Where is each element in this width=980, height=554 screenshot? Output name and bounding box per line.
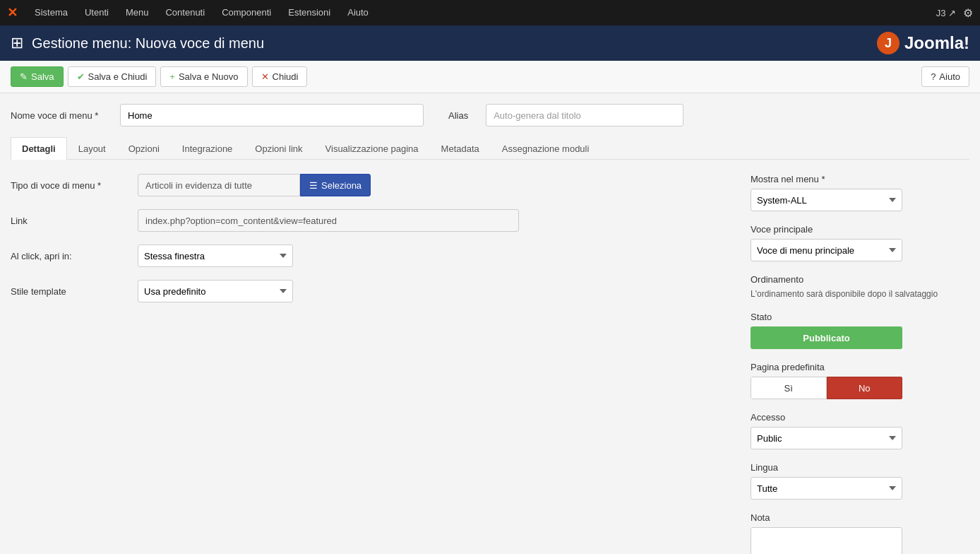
accesso-label: Accesso — [751, 412, 969, 423]
stile-value: Usa predefinito — [138, 280, 729, 302]
ordinamento-section: Ordinamento L'ordinamento sarà disponibi… — [751, 274, 969, 299]
topbar-right: J3 ↗ ⚙ — [936, 6, 973, 20]
tipo-input — [138, 174, 300, 196]
topbar-menu[interactable]: Menu — [117, 0, 157, 25]
nota-label: Nota — [751, 512, 969, 523]
joomla-flame-icon: J — [876, 31, 900, 55]
stile-label: Stile template — [11, 286, 131, 297]
pagina-no-button[interactable]: No — [827, 377, 903, 399]
help-icon: ? — [931, 71, 936, 82]
grid-menu-icon[interactable]: ⊞ — [11, 34, 23, 52]
topbar-contenuti[interactable]: Contenuti — [157, 0, 213, 25]
tipo-group: ☰ Seleziona — [138, 174, 729, 196]
list-icon: ☰ — [309, 180, 318, 191]
svg-text:J: J — [885, 36, 892, 50]
pagina-predefinita-section: Pagina predefinita Sì No — [751, 362, 969, 399]
lingua-select[interactable]: Tutte — [751, 477, 902, 500]
accesso-select[interactable]: Public — [751, 427, 902, 449]
name-input[interactable] — [120, 104, 424, 126]
alias-label: Alias — [448, 110, 468, 121]
voce-principale-label: Voce principale — [751, 224, 969, 235]
j3-badge[interactable]: J3 ↗ — [936, 8, 956, 18]
topbar: ✕ Sistema Utenti Menu Contenuti Componen… — [0, 0, 980, 25]
tab-metadata[interactable]: Metadata — [430, 137, 491, 160]
tipo-row: Tipo di voce di menu * ☰ Seleziona — [11, 174, 729, 196]
voce-principale-select[interactable]: Voce di menu principale — [751, 239, 902, 261]
apri-label: Al click, apri in: — [11, 251, 131, 261]
tab-content: Tipo di voce di menu * ☰ Seleziona Link — [11, 174, 969, 554]
tab-dettagli[interactable]: Dettagli — [11, 137, 67, 160]
lingua-label: Lingua — [751, 462, 969, 473]
joomla-logo: J Joomla! — [876, 31, 969, 55]
nota-section: Nota — [751, 512, 969, 554]
close-button[interactable]: ✕ Chiudi — [252, 66, 308, 87]
mostra-menu-select[interactable]: System-ALL — [751, 189, 902, 211]
header-bar-left: ⊞ Gestione menu: Nuova voce di menu — [11, 34, 264, 52]
topbar-componenti[interactable]: Componenti — [213, 0, 280, 25]
right-column: Mostra nel menu * System-ALL Voce princi… — [751, 174, 969, 554]
tabs-bar: Dettagli Layout Opzioni Integrazione Opz… — [11, 137, 969, 160]
topbar-menu: Sistema Utenti Menu Contenuti Componenti… — [26, 0, 936, 25]
x-icon: ✕ — [261, 71, 269, 82]
pagina-si-button[interactable]: Sì — [751, 377, 827, 399]
header-bar: ⊞ Gestione menu: Nuova voce di menu J Jo… — [0, 25, 980, 61]
toolbar-left: ✎ Salva ✔ Salva e Chiudi + Salva e Nuovo… — [11, 66, 307, 87]
stato-toggle: Pubblicato — [751, 326, 902, 349]
tab-visualizzazione[interactable]: Visualizzazione pagina — [314, 137, 430, 160]
page-title: Gestione menu: Nuova voce di menu — [32, 35, 264, 52]
lingua-section: Lingua Tutte — [751, 462, 969, 500]
joomla-text: Joomla! — [904, 33, 969, 53]
pagina-predefinita-label: Pagina predefinita — [751, 362, 969, 372]
save-button[interactable]: ✎ Salva — [11, 66, 64, 87]
left-column: Tipo di voce di menu * ☰ Seleziona Link — [11, 174, 729, 554]
mostra-menu-label: Mostra nel menu * — [751, 174, 969, 184]
voce-principale-section: Voce principale Voce di menu principale — [751, 224, 969, 261]
link-input — [138, 209, 519, 232]
toolbar: ✎ Salva ✔ Salva e Chiudi + Salva e Nuovo… — [0, 61, 980, 93]
name-label: Nome voce di menu * — [11, 110, 109, 121]
stato-pubblicato-button[interactable]: Pubblicato — [751, 326, 902, 349]
stato-section: Stato Pubblicato — [751, 312, 969, 349]
save-icon: ✎ — [20, 71, 28, 82]
stile-select[interactable]: Usa predefinito — [138, 280, 293, 302]
gear-icon[interactable]: ⚙ — [963, 6, 973, 20]
mostra-menu-section: Mostra nel menu * System-ALL — [751, 174, 969, 211]
tipo-label: Tipo di voce di menu * — [11, 180, 131, 191]
stile-row: Stile template Usa predefinito — [11, 280, 729, 302]
tab-opzioni-link[interactable]: Opzioni link — [244, 137, 313, 160]
stato-label: Stato — [751, 312, 969, 322]
ordinamento-label: Ordinamento — [751, 274, 969, 285]
topbar-aiuto[interactable]: Aiuto — [339, 0, 377, 25]
alias-input[interactable] — [486, 104, 683, 126]
header-bar-right: J Joomla! — [876, 31, 969, 55]
topbar-sistema[interactable]: Sistema — [26, 0, 76, 25]
joomla-x-logo[interactable]: ✕ — [7, 5, 18, 20]
plus-icon: + — [169, 71, 175, 82]
apri-value: Stessa finestra — [138, 244, 729, 267]
accesso-section: Accesso Public — [751, 412, 969, 449]
tab-opzioni[interactable]: Opzioni — [117, 137, 171, 160]
link-value — [138, 209, 729, 232]
main-content: Nome voce di menu * Alias Dettagli Layou… — [0, 93, 980, 554]
save-new-button[interactable]: + Salva e Nuovo — [160, 66, 247, 87]
checkmark-icon: ✔ — [77, 71, 85, 82]
tab-assegnazione[interactable]: Assegnazione moduli — [491, 137, 601, 160]
help-button[interactable]: ? Aiuto — [921, 66, 969, 87]
tab-layout[interactable]: Layout — [67, 137, 117, 160]
link-label: Link — [11, 216, 131, 226]
name-alias-row: Nome voce di menu * Alias — [11, 104, 969, 126]
topbar-utenti[interactable]: Utenti — [76, 0, 117, 25]
apri-row: Al click, apri in: Stessa finestra — [11, 244, 729, 267]
tab-integrazione[interactable]: Integrazione — [171, 137, 244, 160]
apri-select[interactable]: Stessa finestra — [138, 244, 293, 267]
ordinamento-text: L'ordinamento sarà disponibile dopo il s… — [751, 289, 969, 299]
pagina-toggle: Sì No — [751, 377, 902, 399]
link-row: Link — [11, 209, 729, 232]
save-close-button[interactable]: ✔ Salva e Chiudi — [68, 66, 157, 87]
topbar-estensioni[interactable]: Estensioni — [280, 0, 339, 25]
nota-textarea[interactable] — [751, 527, 902, 554]
toolbar-right: ? Aiuto — [921, 66, 969, 87]
seleziona-button[interactable]: ☰ Seleziona — [300, 174, 371, 196]
